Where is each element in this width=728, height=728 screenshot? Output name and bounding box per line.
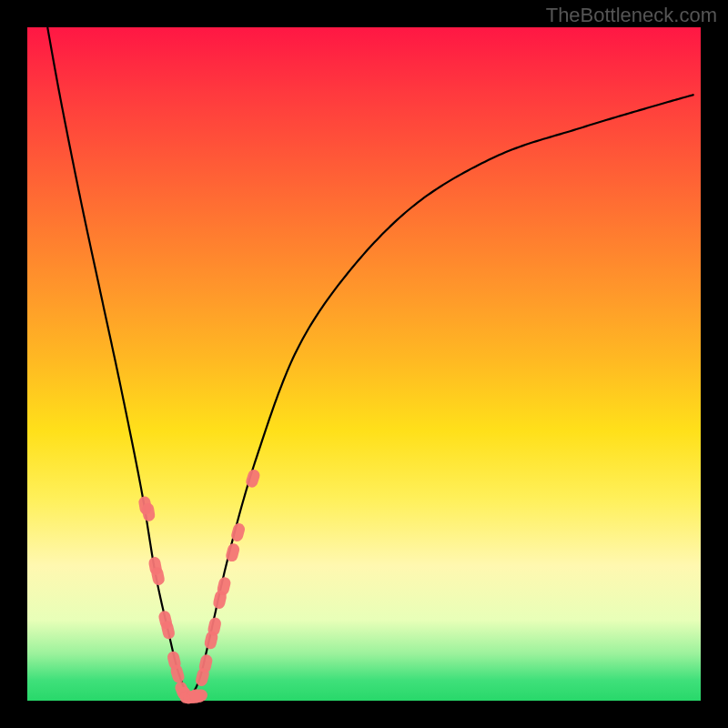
data-point [189,690,207,702]
watermark-text: TheBottleneck.com [546,4,717,27]
curve-layer [47,27,693,694]
chart-overlay [27,27,701,701]
outer-frame: TheBottleneck.com [0,0,728,728]
plot-area [27,27,701,701]
svg-rect-13 [189,690,207,702]
bottleneck-curve-path [47,27,693,694]
